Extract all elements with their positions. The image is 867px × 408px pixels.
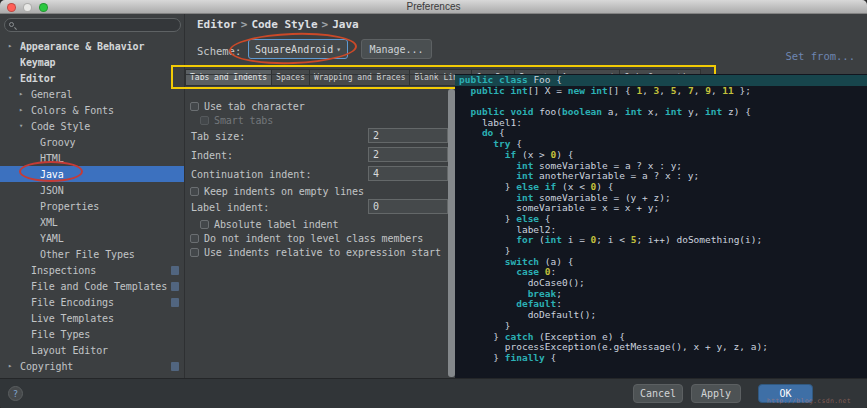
sidebar-item-html[interactable]: HTML xyxy=(0,150,184,166)
breadcrumb-java: Java xyxy=(332,18,359,31)
code-text: } xyxy=(459,331,505,342)
checkbox-label: Absolute label indent xyxy=(214,219,338,230)
set-from-link[interactable]: Set from... xyxy=(785,50,855,62)
code-text: doCase0(); xyxy=(459,277,585,288)
code-keyword: break xyxy=(528,288,557,299)
sidebar-item-groovy[interactable]: Groovy xyxy=(0,134,184,150)
cancel-button[interactable]: Cancel xyxy=(633,384,683,403)
sidebar-item-yaml[interactable]: YAML xyxy=(0,230,184,246)
code-keyword: new xyxy=(568,85,585,96)
sidebar-item-xml[interactable]: XML xyxy=(0,214,184,230)
code-text: }; xyxy=(734,85,751,96)
sidebar-item-java[interactable]: Java xyxy=(0,166,184,182)
code-text: { xyxy=(511,138,522,149)
checkbox-row-use-tab-character: Use tab character xyxy=(186,99,448,113)
checkbox-keep-indents-on-empty-lines[interactable] xyxy=(190,187,199,196)
sidebar-item-colors-fonts[interactable]: ▸Colors & Fonts xyxy=(0,102,184,118)
code-keyword: int xyxy=(516,160,533,171)
sidebar-item-copyright[interactable]: ▸Copyright xyxy=(0,358,184,374)
apply-button[interactable]: Apply xyxy=(691,384,741,403)
code-text: , xyxy=(659,85,670,96)
field-label: Indent: xyxy=(191,150,233,161)
code-text: ) { xyxy=(556,149,573,160)
sidebar-item-file-and-code-templates[interactable]: File and Code Templates xyxy=(0,278,184,294)
sidebar-item-label: Other File Types xyxy=(40,249,135,260)
title-bar: Preferences xyxy=(0,0,867,14)
field-input-indent[interactable] xyxy=(368,147,448,162)
sidebar-item-label: Copyright xyxy=(20,361,73,372)
field-row-indent: Indent: xyxy=(186,146,448,165)
code-text xyxy=(459,298,516,309)
code-text: [] X = xyxy=(528,85,568,96)
settings-scope-icon xyxy=(171,298,179,307)
code-text: { xyxy=(545,352,556,363)
sidebar-item-file-encodings[interactable]: File Encodings xyxy=(0,294,184,310)
checkbox-row-use-indents-relative-to-expression-start: Use indents relative to expression start xyxy=(186,245,448,259)
sidebar-item-live-templates[interactable]: Live Templates xyxy=(0,310,184,326)
code-keyword: else xyxy=(516,181,539,192)
sidebar-item-label: File Encodings xyxy=(31,297,114,308)
help-button[interactable]: ? xyxy=(8,386,23,401)
breadcrumb-editor: Editor xyxy=(197,18,237,31)
manage-button[interactable]: Manage... xyxy=(361,39,432,59)
sidebar-item-appearance-behavior[interactable]: ▸Appearance & Behavior xyxy=(0,38,184,54)
code-text: , xyxy=(677,85,688,96)
code-keyword: if xyxy=(505,149,516,160)
scheme-dropdown[interactable]: SquareAndroid ▾ xyxy=(248,39,348,59)
sidebar-item-properties[interactable]: Properties xyxy=(0,198,184,214)
sidebar-item-label: Properties xyxy=(40,201,99,212)
scheme-label: Scheme: xyxy=(197,45,241,57)
code-keyword: int xyxy=(665,106,682,117)
code-text: : xyxy=(556,298,562,309)
code-text: x, xyxy=(642,106,665,117)
checkbox-label: Keep indents on empty lines xyxy=(204,186,364,197)
code-text: [] { xyxy=(608,85,637,96)
code-text: , xyxy=(642,85,653,96)
breadcrumb-separator: > xyxy=(318,18,333,31)
sidebar-item-editor[interactable]: ▾Editor xyxy=(0,70,184,86)
search-input[interactable] xyxy=(4,18,181,32)
sidebar-item-layout-editor[interactable]: Layout Editor xyxy=(0,342,184,358)
settings-scope-icon xyxy=(171,362,179,371)
code-keyword: public xyxy=(470,85,504,96)
checkbox-use-indents-relative-to-expression-start[interactable] xyxy=(190,248,199,257)
code-text: { xyxy=(493,127,504,138)
sidebar-item-general[interactable]: ▸General xyxy=(0,86,184,102)
code-text: } xyxy=(459,352,505,363)
code-text: ; i++) doSomething(i); xyxy=(636,234,762,245)
sidebar-item-other-file-types[interactable]: Other File Types xyxy=(0,246,184,262)
code-text: i = xyxy=(562,234,591,245)
sidebar-item-label: File Types xyxy=(31,329,90,340)
sidebar-item-keymap[interactable]: Keymap xyxy=(0,54,184,70)
code-text: someVariable = a ? x : y; xyxy=(533,160,682,171)
code-keyword: default xyxy=(516,298,556,309)
field-input-continuation-indent[interactable] xyxy=(368,166,448,181)
sidebar-item-label: Code Style xyxy=(31,121,90,132)
settings-scope-icon xyxy=(171,282,179,291)
sidebar-item-label: Editor xyxy=(20,73,56,84)
sidebar-item-inspections[interactable]: Inspections xyxy=(0,262,184,278)
sidebar-item-file-types[interactable]: File Types xyxy=(0,326,184,342)
sidebar-item-json[interactable]: JSON xyxy=(0,182,184,198)
field-input-label-indent[interactable] xyxy=(368,199,448,214)
sidebar-item-label: File and Code Templates xyxy=(31,281,167,292)
scheme-value: SquareAndroid xyxy=(255,44,333,55)
form-scrollbar[interactable] xyxy=(448,89,455,377)
checkbox-label: Smart tabs xyxy=(214,115,273,126)
checkbox-absolute-label-indent[interactable] xyxy=(200,220,209,229)
field-label: Continuation indent: xyxy=(191,169,311,180)
checkbox-use-tab-character[interactable] xyxy=(190,102,199,111)
sidebar-item-code-style[interactable]: ▾Code Style xyxy=(0,118,184,134)
sidebar-item-label: XML xyxy=(40,217,58,228)
search-icon xyxy=(9,22,14,27)
checkbox-smart-tabs[interactable] xyxy=(200,116,209,125)
field-input-tab-size[interactable] xyxy=(368,128,448,143)
checkbox-do-not-indent-top-level-class-members[interactable] xyxy=(190,234,199,243)
code-text: (x > xyxy=(516,149,550,160)
sidebar-item-label: Layout Editor xyxy=(31,345,108,356)
code-text: (a) { xyxy=(539,256,573,267)
code-text: ( xyxy=(533,234,544,245)
code-text xyxy=(459,138,493,149)
code-keyword: int xyxy=(591,85,608,96)
checkbox-label: Use tab character xyxy=(204,101,305,112)
